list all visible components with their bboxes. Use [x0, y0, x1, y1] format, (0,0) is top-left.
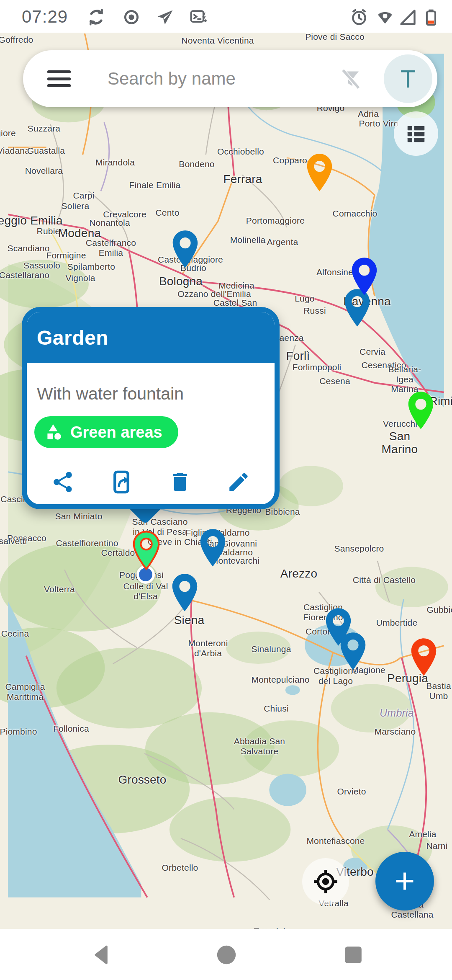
pin-blue-siena[interactable] — [171, 572, 199, 614]
pin-orange-copparo[interactable] — [306, 152, 334, 193]
popup-header: Garden — [27, 312, 275, 363]
popup-title: Garden — [37, 326, 108, 349]
delete-button[interactable] — [168, 470, 192, 494]
hamburger-menu-icon[interactable] — [47, 70, 71, 87]
my-location-button[interactable] — [302, 858, 349, 905]
share-button[interactable] — [51, 470, 75, 494]
list-view-icon — [405, 122, 427, 145]
status-bar: 07:29 — [0, 0, 452, 33]
popup-description: With water fountain — [33, 384, 268, 404]
trash-icon — [168, 470, 192, 494]
marker-popup: Garden With water fountain Green areas — [22, 307, 280, 509]
wifi-icon — [376, 8, 394, 26]
category-chip[interactable]: Green areas — [34, 416, 178, 448]
smartphone-export-icon — [109, 470, 134, 494]
add-place-fab[interactable] — [375, 852, 434, 910]
popup-actions — [33, 470, 268, 494]
alarm-icon — [350, 8, 368, 26]
app-screen: GoffredoNoventa VicentinaPiove di Saccog… — [0, 0, 452, 980]
telegram-icon — [156, 8, 174, 26]
edit-button[interactable] — [226, 470, 251, 494]
avatar[interactable]: T — [384, 54, 432, 103]
clock-time: 07:29 — [22, 7, 68, 27]
pencil-icon — [226, 470, 251, 494]
terminal-icon — [189, 8, 208, 26]
signal-outline-icon — [398, 8, 417, 26]
pin-blue-bologna[interactable] — [171, 228, 199, 270]
search-bar: Search by name T — [23, 50, 437, 107]
pin-red-perugia[interactable] — [410, 636, 438, 678]
pin-green-rimini[interactable] — [407, 389, 435, 431]
pin-blue-chianti[interactable] — [199, 527, 227, 569]
list-view-button[interactable] — [394, 111, 438, 156]
pin-selected-garden[interactable] — [132, 529, 160, 571]
sync-icon — [87, 8, 105, 26]
my-location-icon — [313, 869, 339, 895]
plus-icon — [390, 867, 419, 896]
pin-blue-trasimeno-b[interactable] — [339, 630, 367, 672]
battery-low-icon — [422, 8, 440, 26]
nav-back-button[interactable] — [90, 943, 114, 968]
nav-home-button[interactable] — [215, 943, 238, 968]
nav-recents-button[interactable] — [342, 943, 365, 968]
search-input[interactable]: Search by name — [108, 69, 338, 89]
location-dot-icon — [122, 8, 141, 26]
category-label: Green areas — [70, 423, 162, 441]
pin-bright-blue-ravenna[interactable] — [350, 255, 378, 297]
android-nav-bar — [0, 929, 452, 980]
filter-off-icon[interactable] — [338, 66, 363, 91]
send-to-device-button[interactable] — [109, 470, 134, 494]
shapes-icon — [44, 423, 63, 442]
